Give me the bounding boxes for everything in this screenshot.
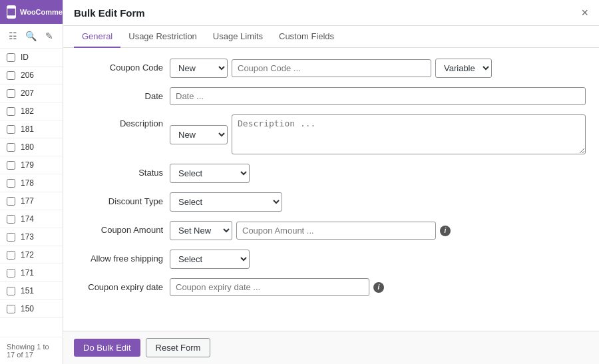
free-shipping-select[interactable]: Select Yes No	[170, 250, 250, 269]
list-item[interactable]: 173	[0, 228, 63, 246]
date-input[interactable]	[170, 87, 586, 105]
modal-title: Bulk Edit Form	[74, 7, 145, 19]
list-item[interactable]: 171	[0, 264, 63, 282]
free-shipping-controls: Select Yes No	[170, 250, 586, 269]
close-button[interactable]: ×	[581, 7, 588, 19]
list-item[interactable]: 172	[0, 246, 63, 264]
description-action-select[interactable]: New Append Remove	[170, 125, 228, 144]
tab-general[interactable]: General	[74, 26, 120, 48]
coupon-code-action-select[interactable]: New Append Remove	[170, 59, 228, 78]
discount-type-label: Discount Type	[77, 192, 163, 206]
list-item[interactable]: 177	[0, 192, 63, 210]
filter-icon-btn[interactable]: ☷	[5, 28, 21, 44]
description-textarea[interactable]	[232, 114, 586, 154]
list-item[interactable]: 180	[0, 138, 63, 156]
coupon-code-row: Coupon Code New Append Remove Variable F…	[77, 59, 586, 78]
tab-usage-restriction[interactable]: Usage Restriction	[120, 26, 205, 48]
list-item[interactable]: 151	[0, 282, 63, 300]
tab-bar: General Usage Restriction Usage Limits C…	[63, 26, 599, 48]
coupon-amount-controls: Set New Increase Decrease i	[170, 221, 586, 240]
description-label: Description	[77, 114, 163, 128]
list-item-header: ID	[0, 49, 63, 67]
sidebar: WooCommerce ☷ 🔍 ✎ ID 206 207 182 181 180…	[0, 0, 63, 364]
edit-icon-btn[interactable]: ✎	[42, 28, 57, 44]
expiry-date-input[interactable]	[170, 278, 369, 296]
sidebar-header: WooCommerce	[0, 0, 63, 24]
expiry-date-controls: i	[170, 278, 586, 296]
do-bulk-edit-button[interactable]: Do Bulk Edit	[74, 339, 140, 357]
list-item[interactable]: 207	[0, 85, 63, 102]
list-item[interactable]: 174	[0, 210, 63, 228]
expiry-date-info-icon[interactable]: i	[373, 282, 384, 293]
coupon-amount-row: Coupon Amount Set New Increase Decrease …	[77, 221, 586, 240]
list-item[interactable]: 150	[0, 300, 63, 318]
date-controls	[170, 87, 586, 105]
sidebar-footer: Showing 1 to 17 of 17	[0, 337, 63, 364]
form-body: Coupon Code New Append Remove Variable F…	[63, 48, 599, 331]
discount-type-row: Discount Type Select Percentage discount…	[77, 192, 586, 212]
free-shipping-row: Allow free shipping Select Yes No	[77, 250, 586, 269]
list-item[interactable]: 206	[0, 67, 63, 85]
description-row: Description New Append Remove	[77, 114, 586, 154]
status-controls: Select Active Inactive	[170, 164, 586, 183]
coupon-amount-input[interactable]	[236, 222, 436, 240]
reset-form-button[interactable]: Reset Form	[146, 338, 211, 357]
date-label: Date	[77, 87, 163, 101]
bulk-edit-modal: Bulk Edit Form × General Usage Restricti…	[63, 0, 599, 364]
list-item[interactable]: 178	[0, 174, 63, 192]
date-row: Date	[77, 87, 586, 105]
modal-footer: Do Bulk Edit Reset Form	[63, 331, 599, 364]
list-item[interactable]: 181	[0, 120, 63, 138]
woo-logo	[7, 5, 16, 19]
list-item[interactable]: 179	[0, 156, 63, 174]
status-label: Status	[77, 164, 163, 178]
expiry-date-row: Coupon expiry date i	[77, 278, 586, 296]
discount-type-select[interactable]: Select Percentage discount Fixed cart di…	[170, 192, 282, 212]
coupon-code-controls: New Append Remove Variable Fixed	[170, 59, 586, 78]
list-item[interactable]: 182	[0, 102, 63, 120]
modal-header: Bulk Edit Form ×	[63, 0, 599, 26]
free-shipping-label: Allow free shipping	[77, 250, 163, 264]
coupon-code-input[interactable]	[232, 59, 431, 77]
expiry-date-label: Coupon expiry date	[77, 278, 163, 292]
sidebar-list: ID 206 207 182 181 180 179 178 177 174 1…	[0, 49, 63, 318]
select-all-checkbox[interactable]	[7, 53, 15, 62]
description-controls: New Append Remove	[170, 114, 586, 154]
coupon-amount-label: Coupon Amount	[77, 221, 163, 235]
discount-type-controls: Select Percentage discount Fixed cart di…	[170, 192, 586, 212]
coupon-amount-info-icon[interactable]: i	[440, 226, 451, 236]
status-select[interactable]: Select Active Inactive	[170, 164, 250, 183]
id-header: ID	[21, 53, 29, 62]
sidebar-icon-bar: ☷ 🔍 ✎	[0, 24, 63, 49]
coupon-amount-action-select[interactable]: Set New Increase Decrease	[170, 221, 232, 240]
coupon-code-variable-select[interactable]: Variable Fixed	[435, 59, 492, 78]
status-row: Status Select Active Inactive	[77, 164, 586, 183]
search-icon-btn[interactable]: 🔍	[23, 28, 39, 44]
tab-custom-fields[interactable]: Custom Fields	[271, 26, 342, 48]
coupon-code-label: Coupon Code	[77, 59, 163, 73]
tab-usage-limits[interactable]: Usage Limits	[205, 26, 271, 48]
